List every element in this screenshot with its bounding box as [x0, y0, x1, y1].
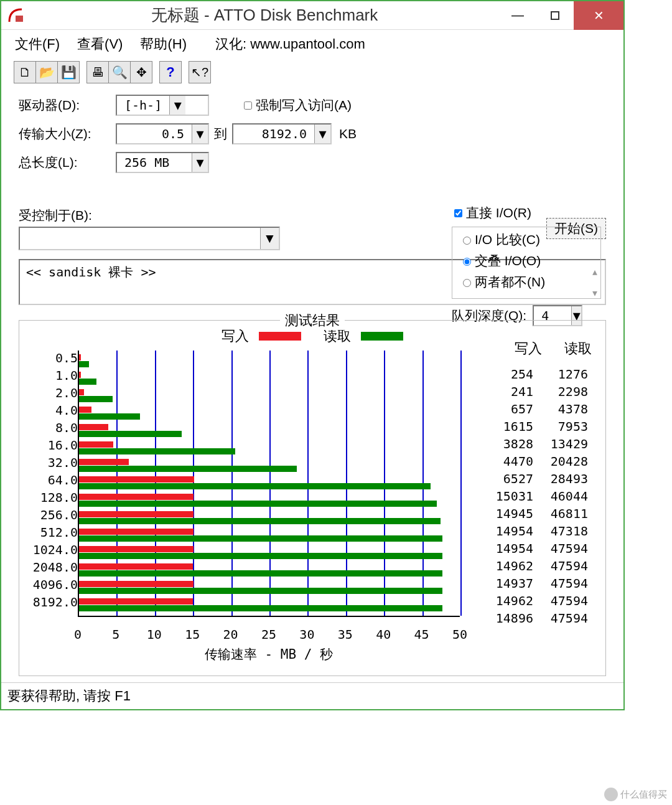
overlap-io-radio[interactable]	[463, 258, 471, 266]
read-bar	[79, 448, 235, 454]
menu-help[interactable]: 帮助(H)	[140, 35, 187, 54]
total-length-label: 总长度(L):	[19, 154, 116, 171]
data-row: 16157953	[478, 418, 588, 435]
menu-credit: 汉化: www.upantool.com	[215, 35, 365, 54]
preview-button[interactable]: 🔍	[108, 61, 131, 83]
close-button[interactable]: ✕	[574, 1, 623, 30]
to-label: 到	[214, 125, 227, 143]
data-row: 1495447594	[478, 540, 588, 557]
data-row: 1489647594	[478, 610, 588, 627]
controlled-select[interactable]: ▼	[19, 227, 280, 250]
data-row: 1503146044	[478, 487, 588, 505]
force-write-label: 强制写入访问(A)	[256, 97, 352, 114]
data-row: 1496247594	[478, 557, 588, 575]
read-bar	[79, 605, 442, 611]
transfer-from-select[interactable]: 0.5▼	[116, 123, 209, 144]
write-bar	[79, 494, 194, 500]
data-row: 1493747594	[478, 575, 588, 592]
maximize-button[interactable]	[536, 1, 574, 30]
data-row: 1494546811	[478, 505, 588, 522]
open-button[interactable]: 📂	[35, 61, 58, 83]
write-bar	[79, 354, 81, 360]
read-bar	[79, 588, 442, 594]
data-row: 382813429	[478, 435, 588, 453]
menu-file[interactable]: 文件(F)	[15, 35, 60, 54]
write-bar	[79, 389, 84, 395]
read-bar	[79, 396, 113, 402]
watermark: 什么值得买	[604, 788, 667, 801]
toolbar: 🗋📂💾🖶🔍✥?↖?	[1, 59, 623, 88]
write-bar	[79, 581, 194, 587]
write-bar	[79, 511, 194, 517]
data-row: 6574378	[478, 400, 588, 418]
read-bar	[79, 501, 437, 507]
read-bar	[79, 413, 140, 420]
read-bar	[79, 361, 89, 367]
data-row: 1496247594	[478, 592, 588, 610]
transfer-to-select[interactable]: 8192.0▼	[232, 123, 332, 144]
read-bar	[79, 535, 442, 542]
x-axis-label: 传输速率 - MB / 秒	[78, 646, 460, 663]
write-bar	[79, 459, 129, 465]
read-bar	[79, 483, 431, 489]
svg-rect-1	[551, 12, 559, 19]
write-bar	[79, 476, 194, 483]
neither-radio[interactable]	[463, 279, 471, 287]
data-row: 2412298	[478, 383, 588, 400]
write-bar	[79, 563, 193, 570]
write-bar	[79, 441, 113, 448]
write-legend-swatch	[259, 332, 301, 341]
read-legend-swatch	[361, 332, 403, 341]
y-axis-labels: 0.51.02.04.08.016.032.064.0128.0256.0512…	[30, 348, 78, 627]
write-bar	[79, 407, 91, 413]
io-compare-radio[interactable]	[463, 237, 471, 245]
direct-io-label: 直接 I/O(R)	[466, 204, 531, 222]
write-column-header: 写入	[515, 339, 542, 358]
help-button[interactable]: ?	[159, 61, 182, 83]
statusbar: 要获得帮助, 请按 F1	[1, 682, 623, 709]
direct-io-checkbox[interactable]	[454, 209, 462, 217]
controlled-label: 受控制于(B):	[19, 207, 280, 224]
read-column-header: 读取	[564, 339, 592, 358]
read-bar	[79, 466, 297, 472]
results-title: 测试结果	[280, 311, 345, 330]
chart-plot-area	[78, 351, 460, 617]
save-button[interactable]: 💾	[57, 61, 80, 83]
move-button[interactable]: ✥	[130, 61, 152, 83]
write-bar	[79, 529, 194, 535]
read-bar	[79, 553, 442, 559]
read-bar	[79, 379, 96, 385]
data-row: 652728493	[478, 470, 588, 487]
menu-view[interactable]: 查看(V)	[77, 35, 123, 54]
drive-label: 驱动器(D):	[19, 97, 116, 114]
dropdown-icon: ▼	[169, 96, 185, 115]
force-write-checkbox[interactable]	[244, 101, 252, 110]
kb-label: KB	[339, 126, 357, 141]
write-bar	[79, 424, 108, 430]
whatsthis-button[interactable]: ↖?	[189, 61, 211, 83]
data-row: 447020428	[478, 453, 588, 470]
read-bar	[79, 570, 442, 577]
print-button[interactable]: 🖶	[86, 61, 109, 83]
write-bar	[79, 598, 193, 605]
app-icon	[1, 7, 30, 24]
length-select[interactable]: 256 MB▼	[116, 152, 209, 173]
write-legend-label: 写入	[222, 327, 249, 346]
results-panel: 测试结果 写入 读取 写入 读取 0.51.02.04.08.016.032.0…	[19, 320, 606, 676]
svg-rect-0	[16, 16, 23, 22]
window-title: 无标题 - ATTO Disk Benchmark	[30, 4, 499, 26]
write-bar	[79, 372, 81, 378]
read-bar	[79, 518, 441, 524]
x-axis-ticks: 05101520253035404550	[78, 627, 460, 644]
io-mode-group: I/O 比较(C) 交叠 I/O(O) 两者都不(N)	[452, 227, 601, 299]
transfer-size-label: 传输大小(Z):	[19, 125, 116, 143]
write-bar	[79, 546, 194, 552]
data-row: 2541276	[478, 365, 588, 383]
new-button[interactable]: 🗋	[14, 61, 36, 83]
drive-select[interactable]: [-h-]▼	[116, 95, 209, 116]
titlebar: 无标题 - ATTO Disk Benchmark — ✕	[1, 1, 623, 30]
data-columns: 2541276241229865743781615795338281342944…	[478, 365, 588, 627]
menubar: 文件(F) 查看(V) 帮助(H) 汉化: www.upantool.com	[1, 30, 623, 59]
read-bar	[79, 431, 182, 437]
minimize-button[interactable]: —	[499, 1, 536, 30]
